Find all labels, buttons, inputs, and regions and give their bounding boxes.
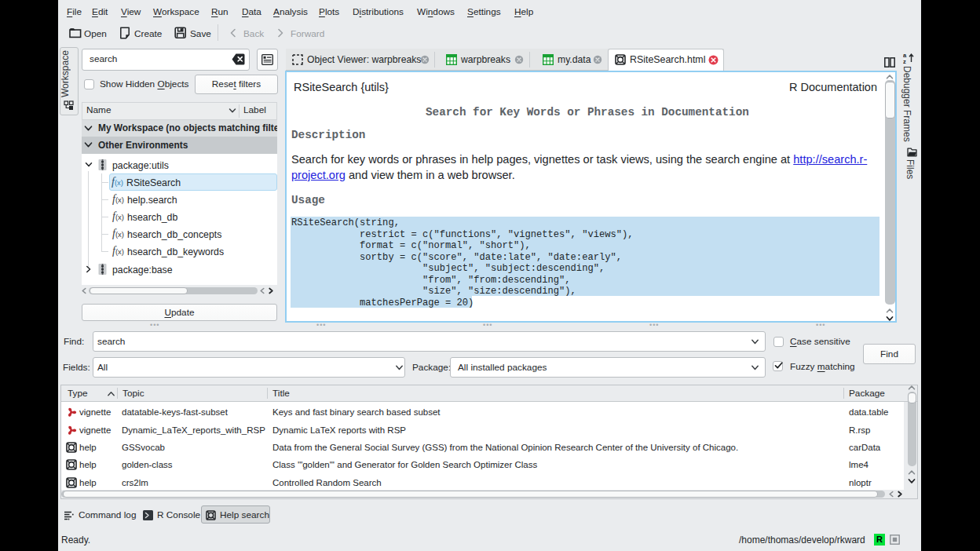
- svg-text:z: z: [903, 58, 906, 64]
